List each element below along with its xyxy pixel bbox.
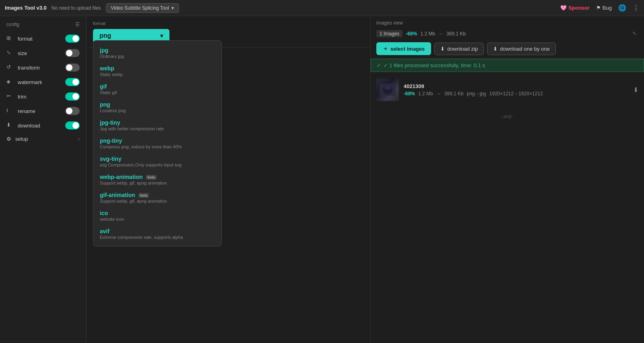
format-desc-png: Lossless png (100, 108, 215, 113)
dropdown-item-avif[interactable]: avif Extreme compression rate, supports … (93, 225, 221, 243)
rename-icon: Ⅰ (6, 107, 14, 115)
dropdown-item-jpg[interactable]: jpg Ordinary jpg (93, 44, 221, 62)
dropdown-item-webp[interactable]: webp Static webp (93, 62, 221, 80)
images-meta: 1 Images -68% 1.2 Mb → 389.1 Kb ✎ (376, 29, 638, 38)
sidebar-item-format[interactable]: ⊞ format (0, 31, 86, 46)
sidebar-rename-label: rename (18, 108, 61, 114)
end-marker: - end - (371, 107, 644, 126)
image-thumbnail (376, 78, 399, 101)
sponsor-link[interactable]: 🩷 Sponsor (560, 5, 590, 11)
bug-link[interactable]: ⚑ Bug (596, 5, 612, 11)
tool-switcher-button[interactable]: Video Subtitle Splicing Tool ▾ (106, 3, 179, 13)
format-name-webp: webp (100, 65, 215, 72)
download-one-label: download one by one (500, 46, 550, 52)
format-icon: ⊞ (6, 35, 14, 42)
success-banner: ✓ ✓ 1 files processed successfully, time… (371, 59, 644, 72)
sidebar-trim-label: trim (18, 94, 61, 100)
select-images-button[interactable]: ＋ select images (376, 42, 431, 55)
dropdown-item-png[interactable]: png Lossless png (93, 98, 221, 116)
images-view-title: images view (376, 20, 638, 26)
watermark-toggle[interactable] (65, 78, 80, 86)
images-actions: ＋ select images ⬇ download zip ⬇ downloa… (376, 42, 638, 55)
sidebar-item-setup[interactable]: ⚙ setup › (0, 133, 86, 145)
image-compression: -68% (404, 91, 415, 97)
rename-toggle[interactable] (65, 107, 80, 115)
success-icon: ✓ (377, 62, 381, 68)
images-count: 1 Images (376, 30, 402, 37)
dropdown-item-webp-animation[interactable]: webp-animation beta Support webp, gif, a… (93, 170, 221, 189)
download-icon: ⬇ (6, 122, 14, 129)
image-result-list: 4021309 -68% 1.2 Mb → 389.1 Kb png→jpg 1… (371, 72, 644, 107)
download-zip-button[interactable]: ⬇ download zip (434, 43, 484, 55)
dropdown-item-gif[interactable]: gif Static gif (93, 80, 221, 98)
format-desc-jpg: Ordinary jpg (100, 54, 215, 59)
size-toggle[interactable] (65, 49, 80, 57)
app-header: Images Tool v3.0 No need to upload files… (0, 0, 644, 16)
sidebar-item-transform[interactable]: ↺ transform (0, 60, 86, 75)
sidebar-format-label: format (18, 36, 61, 42)
dropdown-item-svg-tiny[interactable]: svg-tiny svg Compression,Only supports i… (93, 152, 221, 170)
panel-settings-icon[interactable]: ✎ (631, 29, 638, 38)
bug-label: Bug (603, 5, 612, 11)
header-right: 🩷 Sponsor ⚑ Bug 🌐 ⋮ (560, 4, 639, 12)
beta-badge-webp: beta (146, 175, 157, 180)
sponsor-label: Sponsor (568, 5, 590, 11)
setup-icon: ⚙ (6, 136, 11, 142)
sidebar-item-download[interactable]: ⬇ download (0, 118, 86, 133)
sidebar-setup-label: setup (15, 136, 28, 142)
arrow-icon: → (438, 31, 443, 37)
format-panel-label: format (93, 21, 364, 26)
more-options-icon[interactable]: ⋮ (633, 4, 639, 12)
sidebar-item-rename[interactable]: Ⅰ rename (0, 104, 86, 118)
setup-chevron-icon: › (78, 136, 80, 142)
format-name-gif: gif (100, 83, 215, 90)
trim-toggle[interactable] (65, 92, 80, 101)
download-one-button[interactable]: ⬇ download one by one (487, 43, 556, 55)
globe-icon[interactable]: 🌐 (618, 4, 626, 12)
sidebar-item-size[interactable]: ⤡ size (0, 46, 86, 60)
format-name-svg-tiny: svg-tiny (100, 156, 215, 162)
app-title: Images Tool v3.0 (5, 5, 47, 11)
transform-icon: ↺ (6, 64, 14, 71)
format-desc-jpg-tiny: Jpg with better compression rate (100, 126, 215, 131)
dropdown-item-jpg-tiny[interactable]: jpg-tiny Jpg with better compression rat… (93, 116, 221, 134)
image-download-button[interactable]: ⬇ (633, 86, 638, 94)
sidebar-download-label: download (18, 123, 61, 129)
thumbnail-preview (376, 78, 399, 101)
dropdown-item-gif-animation[interactable]: gif-animation beta Support webp, gif, ap… (93, 189, 221, 207)
format-name-gif-animation: gif-animation beta (100, 192, 215, 198)
format-desc-avif: Extreme compression rate, supports alpha (100, 235, 215, 240)
transform-toggle[interactable] (65, 64, 80, 72)
download-toggle[interactable] (65, 121, 80, 129)
tool-switcher-label: Video Subtitle Splicing Tool (111, 5, 169, 11)
image-result-item: 4021309 -68% 1.2 Mb → 389.1 Kb png→jpg 1… (376, 76, 638, 103)
format-name-png: png (100, 101, 215, 108)
sidebar-config-header: config ☰ (0, 19, 86, 31)
plus-icon: ＋ (383, 45, 388, 52)
select-images-label: select images (390, 46, 425, 52)
dropdown-item-png-tiny[interactable]: png-tiny Compress png, reduce by more th… (93, 134, 221, 152)
menu-icon[interactable]: ☰ (75, 22, 80, 27)
format-dropdown: jpg Ordinary jpg webp Static webp gif St… (93, 40, 222, 246)
sidebar-item-trim[interactable]: ✂ trim (0, 89, 86, 104)
format-name-jpg-tiny: jpg-tiny (100, 119, 215, 126)
format-desc-gif: Static gif (100, 90, 215, 95)
format-desc-webp-animation: Support webp, gif, apng animation (100, 181, 215, 185)
sidebar-watermark-label: watermark (18, 79, 61, 85)
dropdown-item-ico[interactable]: ico website icon (93, 207, 221, 225)
size-before: 1.2 Mb (420, 31, 435, 37)
format-name-webp-animation: webp-animation beta (100, 174, 215, 180)
format-desc-ico: website icon (100, 217, 215, 222)
format-name-jpg: jpg (100, 47, 215, 53)
format-chevron-icon: ▾ (160, 33, 163, 39)
format-desc-gif-animation: Support webp, gif, apng animation (100, 199, 215, 203)
size-after: 389.1 Kb (446, 31, 466, 37)
right-panel: images view 1 Images -68% 1.2 Mb → 389.1… (370, 16, 644, 343)
format-toggle[interactable] (65, 35, 80, 43)
image-size-before: 1.2 Mb (418, 91, 433, 97)
format-name-png-tiny: png-tiny (100, 138, 215, 144)
watermark-icon: ◈ (6, 78, 14, 86)
sidebar-item-watermark[interactable]: ◈ watermark (0, 75, 86, 89)
size-icon: ⤡ (6, 49, 14, 57)
success-message: ✓ 1 files processed successfully, time: … (384, 62, 485, 68)
